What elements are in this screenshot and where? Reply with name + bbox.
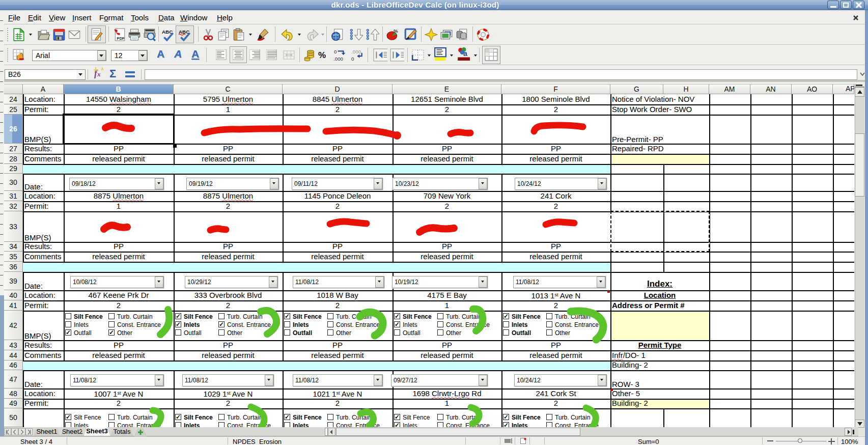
svg-text:.000: .000 bbox=[351, 49, 361, 54]
svg-text:PDF: PDF bbox=[117, 36, 125, 41]
svg-text:%: % bbox=[394, 28, 398, 34]
svg-text:ABC: ABC bbox=[162, 29, 173, 35]
svg-text:a: a bbox=[463, 49, 467, 58]
svg-text:.000: .000 bbox=[333, 56, 344, 62]
svg-text:0: 0 bbox=[334, 49, 337, 54]
svg-text:ABC: ABC bbox=[179, 29, 189, 35]
svg-text:0: 0 bbox=[351, 56, 354, 62]
